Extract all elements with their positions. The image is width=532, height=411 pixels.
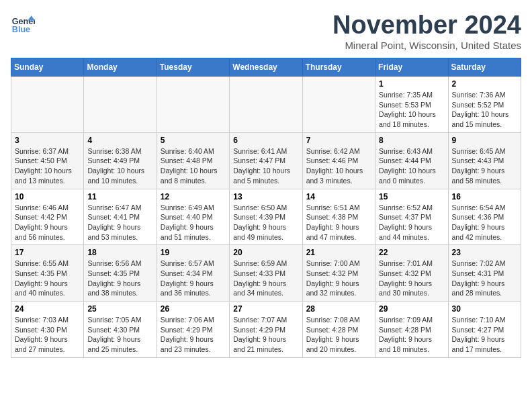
calendar-week-row: 3Sunrise: 6:37 AM Sunset: 4:50 PM Daylig… xyxy=(11,132,521,189)
logo-icon: General Blue xyxy=(11,11,35,35)
day-number: 24 xyxy=(15,304,80,314)
day-info: Sunrise: 6:43 AM Sunset: 4:44 PM Dayligh… xyxy=(379,146,444,186)
calendar-table: SundayMondayTuesdayWednesdayThursdayFrid… xyxy=(11,58,521,358)
calendar-day-cell: 26Sunrise: 7:06 AM Sunset: 4:29 PM Dayli… xyxy=(157,302,229,358)
calendar-day-cell: 19Sunrise: 6:57 AM Sunset: 4:34 PM Dayli… xyxy=(157,245,229,302)
calendar-day-cell: 12Sunrise: 6:49 AM Sunset: 4:40 PM Dayli… xyxy=(157,189,229,245)
day-info: Sunrise: 7:10 AM Sunset: 4:27 PM Dayligh… xyxy=(452,315,517,355)
calendar-day-cell: 21Sunrise: 7:00 AM Sunset: 4:32 PM Dayli… xyxy=(302,245,375,302)
calendar-header-monday: Monday xyxy=(84,58,157,77)
calendar-day-cell: 6Sunrise: 6:41 AM Sunset: 4:47 PM Daylig… xyxy=(230,132,302,189)
day-info: Sunrise: 6:51 AM Sunset: 4:38 PM Dayligh… xyxy=(306,203,371,242)
day-number: 10 xyxy=(15,192,80,201)
day-number: 16 xyxy=(452,192,517,201)
day-number: 8 xyxy=(379,136,444,145)
day-number: 3 xyxy=(15,136,80,145)
day-number: 15 xyxy=(379,192,444,201)
calendar-header-tuesday: Tuesday xyxy=(157,58,229,77)
calendar-day-cell: 22Sunrise: 7:01 AM Sunset: 4:32 PM Dayli… xyxy=(375,245,448,302)
title-block: November 2024 Mineral Point, Wisconsin, … xyxy=(332,11,521,51)
day-info: Sunrise: 6:41 AM Sunset: 4:47 PM Dayligh… xyxy=(233,146,298,186)
day-number: 12 xyxy=(161,192,226,201)
calendar-day-cell: 8Sunrise: 6:43 AM Sunset: 4:44 PM Daylig… xyxy=(375,132,448,189)
calendar-day-cell: 5Sunrise: 6:40 AM Sunset: 4:48 PM Daylig… xyxy=(157,132,229,189)
page-header: General Blue November 2024 Mineral Point… xyxy=(11,11,521,51)
calendar-header-friday: Friday xyxy=(375,58,448,77)
calendar-day-cell: 30Sunrise: 7:10 AM Sunset: 4:27 PM Dayli… xyxy=(448,302,521,358)
calendar-header-wednesday: Wednesday xyxy=(230,58,302,77)
day-number: 4 xyxy=(87,136,152,145)
day-info: Sunrise: 6:57 AM Sunset: 4:34 PM Dayligh… xyxy=(161,259,226,298)
day-info: Sunrise: 7:07 AM Sunset: 4:29 PM Dayligh… xyxy=(233,315,298,355)
day-info: Sunrise: 6:52 AM Sunset: 4:37 PM Dayligh… xyxy=(379,203,444,242)
day-info: Sunrise: 6:37 AM Sunset: 4:50 PM Dayligh… xyxy=(15,146,80,186)
calendar-day-cell: 3Sunrise: 6:37 AM Sunset: 4:50 PM Daylig… xyxy=(11,132,84,189)
day-info: Sunrise: 6:45 AM Sunset: 4:43 PM Dayligh… xyxy=(452,146,517,186)
day-number: 28 xyxy=(306,304,371,314)
calendar-header-sunday: Sunday xyxy=(11,58,84,77)
calendar-day-cell: 27Sunrise: 7:07 AM Sunset: 4:29 PM Dayli… xyxy=(230,302,302,358)
calendar-day-cell: 18Sunrise: 6:56 AM Sunset: 4:35 PM Dayli… xyxy=(84,245,157,302)
calendar-day-cell: 28Sunrise: 7:08 AM Sunset: 4:28 PM Dayli… xyxy=(302,302,375,358)
day-info: Sunrise: 6:38 AM Sunset: 4:49 PM Dayligh… xyxy=(87,146,152,186)
calendar-header-saturday: Saturday xyxy=(448,58,521,77)
day-info: Sunrise: 6:50 AM Sunset: 4:39 PM Dayligh… xyxy=(233,203,298,242)
calendar-week-row: 24Sunrise: 7:03 AM Sunset: 4:30 PM Dayli… xyxy=(11,302,521,358)
day-number: 6 xyxy=(233,136,298,145)
day-info: Sunrise: 6:54 AM Sunset: 4:36 PM Dayligh… xyxy=(452,203,517,242)
day-number: 19 xyxy=(161,248,226,257)
day-info: Sunrise: 6:46 AM Sunset: 4:42 PM Dayligh… xyxy=(15,203,80,242)
calendar-day-cell: 17Sunrise: 6:55 AM Sunset: 4:35 PM Dayli… xyxy=(11,245,84,302)
day-info: Sunrise: 6:42 AM Sunset: 4:46 PM Dayligh… xyxy=(306,146,371,186)
day-info: Sunrise: 6:47 AM Sunset: 4:41 PM Dayligh… xyxy=(87,203,152,242)
day-number: 2 xyxy=(452,79,517,89)
calendar-week-row: 10Sunrise: 6:46 AM Sunset: 4:42 PM Dayli… xyxy=(11,189,521,245)
calendar-day-cell xyxy=(84,77,157,133)
day-number: 13 xyxy=(233,192,298,201)
day-info: Sunrise: 6:40 AM Sunset: 4:48 PM Dayligh… xyxy=(161,146,226,186)
svg-text:Blue: Blue xyxy=(12,25,30,34)
calendar-day-cell: 23Sunrise: 7:02 AM Sunset: 4:31 PM Dayli… xyxy=(448,245,521,302)
day-number: 9 xyxy=(452,136,517,145)
day-number: 21 xyxy=(306,248,371,257)
calendar-day-cell xyxy=(11,77,84,133)
calendar-day-cell: 29Sunrise: 7:09 AM Sunset: 4:28 PM Dayli… xyxy=(375,302,448,358)
calendar-week-row: 1Sunrise: 7:35 AM Sunset: 5:53 PM Daylig… xyxy=(11,77,521,133)
calendar-header-row: SundayMondayTuesdayWednesdayThursdayFrid… xyxy=(11,58,521,77)
logo: General Blue xyxy=(11,11,35,35)
day-number: 5 xyxy=(161,136,226,145)
calendar-day-cell: 20Sunrise: 6:59 AM Sunset: 4:33 PM Dayli… xyxy=(230,245,302,302)
day-info: Sunrise: 6:55 AM Sunset: 4:35 PM Dayligh… xyxy=(15,259,80,298)
calendar-day-cell xyxy=(302,77,375,133)
day-info: Sunrise: 6:49 AM Sunset: 4:40 PM Dayligh… xyxy=(161,203,226,242)
calendar-day-cell xyxy=(230,77,302,133)
day-number: 20 xyxy=(233,248,298,257)
day-number: 22 xyxy=(379,248,444,257)
day-number: 18 xyxy=(87,248,152,257)
day-info: Sunrise: 7:08 AM Sunset: 4:28 PM Dayligh… xyxy=(306,315,371,355)
day-info: Sunrise: 7:01 AM Sunset: 4:32 PM Dayligh… xyxy=(379,259,444,298)
calendar-day-cell xyxy=(157,77,229,133)
day-number: 14 xyxy=(306,192,371,201)
day-number: 1 xyxy=(379,79,444,89)
day-number: 7 xyxy=(306,136,371,145)
calendar-week-row: 17Sunrise: 6:55 AM Sunset: 4:35 PM Dayli… xyxy=(11,245,521,302)
calendar-day-cell: 24Sunrise: 7:03 AM Sunset: 4:30 PM Dayli… xyxy=(11,302,84,358)
calendar-day-cell: 16Sunrise: 6:54 AM Sunset: 4:36 PM Dayli… xyxy=(448,189,521,245)
day-number: 29 xyxy=(379,304,444,314)
day-number: 11 xyxy=(87,192,152,201)
day-number: 30 xyxy=(452,304,517,314)
calendar-day-cell: 13Sunrise: 6:50 AM Sunset: 4:39 PM Dayli… xyxy=(230,189,302,245)
day-number: 17 xyxy=(15,248,80,257)
day-info: Sunrise: 7:02 AM Sunset: 4:31 PM Dayligh… xyxy=(452,259,517,298)
calendar-day-cell: 1Sunrise: 7:35 AM Sunset: 5:53 PM Daylig… xyxy=(375,77,448,133)
day-number: 25 xyxy=(87,304,152,314)
day-number: 27 xyxy=(233,304,298,314)
day-number: 23 xyxy=(452,248,517,257)
calendar-day-cell: 7Sunrise: 6:42 AM Sunset: 4:46 PM Daylig… xyxy=(302,132,375,189)
day-info: Sunrise: 7:09 AM Sunset: 4:28 PM Dayligh… xyxy=(379,315,444,355)
month-title: November 2024 xyxy=(332,11,521,40)
calendar-day-cell: 11Sunrise: 6:47 AM Sunset: 4:41 PM Dayli… xyxy=(84,189,157,245)
calendar-day-cell: 4Sunrise: 6:38 AM Sunset: 4:49 PM Daylig… xyxy=(84,132,157,189)
day-info: Sunrise: 7:05 AM Sunset: 4:30 PM Dayligh… xyxy=(87,315,152,355)
